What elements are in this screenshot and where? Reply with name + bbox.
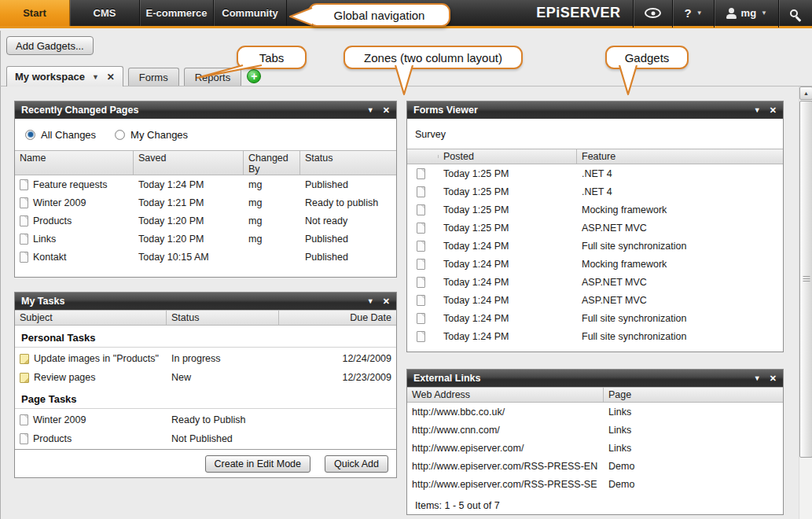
gadget-controls: ▼ ✕: [754, 374, 777, 384]
task-subject: Winter 2009: [33, 414, 86, 425]
form-post-row[interactable]: Today 1:24 PMASP.NET MVC: [407, 273, 783, 291]
task-status: Ready to Publish: [167, 414, 279, 425]
nav-tab-community[interactable]: Community: [214, 0, 287, 26]
web-address[interactable]: http://www.episerver.com/RSS-PRESS-EN: [407, 461, 604, 472]
chevron-down-icon[interactable]: ▼: [754, 106, 761, 114]
column-header[interactable]: Web Address: [407, 388, 604, 402]
callout-global-navigation: Global navigation: [308, 3, 450, 27]
column-header[interactable]: Name: [15, 151, 134, 175]
search-button[interactable]: [779, 0, 812, 28]
status: Published: [300, 252, 396, 263]
form-post-row[interactable]: Today 1:24 PMASP.NET MVC: [407, 291, 783, 309]
gadget-header[interactable]: Forms Viewer ▼ ✕: [407, 101, 783, 119]
nav-tab-start[interactable]: Start: [0, 0, 70, 26]
status: Not ready: [300, 215, 396, 226]
chevron-down-icon[interactable]: ▼: [754, 374, 761, 382]
close-icon[interactable]: ✕: [107, 72, 115, 83]
form-post-row[interactable]: Today 1:24 PMFull site synchronization: [407, 309, 783, 327]
table-row[interactable]: Products Today 1:20 PM mg Not ready: [15, 212, 396, 230]
column-header[interactable]: Status: [300, 151, 396, 175]
table-header: Posted Feature: [407, 149, 783, 164]
web-address[interactable]: http://www.episerver.com/RSS-PRESS-SE: [407, 479, 604, 490]
table-row[interactable]: Kontakt Today 10:15 AM Published: [15, 248, 396, 266]
close-icon[interactable]: ✕: [383, 296, 390, 307]
tab-my-workspace[interactable]: My workspace ▼ ✕: [6, 66, 123, 86]
column-header[interactable]: Page: [604, 388, 783, 402]
create-in-edit-mode-button[interactable]: Create in Edit Mode: [205, 455, 310, 473]
section-personal-tasks: Personal Tasks: [15, 326, 396, 348]
table-row[interactable]: Feature requests Today 1:24 PM mg Publis…: [15, 175, 396, 193]
posted-time: Today 1:24 PM: [439, 259, 577, 270]
quick-add-button[interactable]: Quick Add: [325, 455, 388, 473]
web-address[interactable]: http://www.cnn.com/: [407, 425, 604, 436]
eye-icon: [645, 8, 661, 18]
column-header[interactable]: Posted: [439, 149, 577, 164]
link-row[interactable]: http://www.episerver.com/RSS-PRESS-SEDem…: [407, 475, 783, 493]
user-menu-button[interactable]: mg▼: [715, 0, 778, 28]
preview-button[interactable]: [634, 0, 672, 28]
link-row[interactable]: http://www.episerver.com/Links: [407, 439, 783, 457]
posted-time: Today 1:24 PM: [439, 241, 577, 252]
form-post-row[interactable]: Today 1:25 PM.NET 4: [407, 164, 783, 182]
column-header[interactable]: Due Date: [279, 311, 396, 325]
gadget-my-tasks: My Tasks ▼ ✕ Subject Status Due Date Per…: [14, 292, 397, 478]
posted-time: Today 1:24 PM: [439, 295, 577, 306]
nav-tab-ecommerce[interactable]: E-commerce: [140, 0, 214, 26]
chevron-down-icon[interactable]: ▼: [92, 73, 99, 81]
web-address[interactable]: http://www.episerver.com/: [407, 443, 604, 454]
radio-my-changes[interactable]: My Changes: [115, 129, 188, 141]
table-row[interactable]: Winter 2009 Today 1:21 PM mg Ready to pu…: [15, 193, 396, 212]
form-name: Survey: [407, 119, 783, 149]
gadget-header[interactable]: External Links ▼ ✕: [407, 370, 783, 387]
chevron-down-icon[interactable]: ▼: [367, 106, 374, 114]
radio-all-changes[interactable]: All Changes: [25, 129, 96, 141]
callout-text: Zones (two column layout): [364, 51, 502, 64]
task-row[interactable]: Products Not Published: [15, 429, 396, 448]
gadget-header[interactable]: Recently Changed Pages ▼ ✕: [15, 101, 396, 119]
column-header[interactable]: Changed By: [244, 151, 300, 175]
feature: .NET 4: [577, 186, 783, 197]
close-icon[interactable]: ✕: [770, 105, 777, 116]
task-row[interactable]: Update images in "Products" In progress …: [15, 349, 396, 368]
gadget-header[interactable]: My Tasks ▼ ✕: [15, 293, 396, 310]
close-icon[interactable]: ✕: [383, 105, 390, 116]
vertical-scrollbar[interactable]: ▲: [799, 86, 812, 519]
column-header[interactable]: Subject: [15, 311, 167, 325]
form-post-row[interactable]: Today 1:25 PMMocking framework: [407, 201, 783, 219]
column-header[interactable]: Saved: [134, 151, 244, 175]
saved-time: Today 1:20 PM: [134, 234, 244, 245]
task-note-icon: [20, 354, 29, 364]
task-row[interactable]: Review pages New 12/23/2009: [15, 368, 396, 387]
scrollbar-thumb[interactable]: [799, 101, 812, 458]
column-header[interactable]: Status: [167, 311, 279, 325]
task-row[interactable]: Winter 2009 Ready to Publish: [15, 410, 396, 429]
chevron-down-icon[interactable]: ▼: [367, 297, 374, 305]
nav-tab-cms[interactable]: CMS: [70, 0, 140, 26]
close-icon[interactable]: ✕: [770, 374, 777, 384]
form-post-row[interactable]: Today 1:24 PMMocking framework: [407, 255, 783, 273]
items-count: Items: 1 - 5 out of 7: [407, 493, 783, 518]
scroll-up-button[interactable]: ▲: [799, 86, 812, 100]
link-row[interactable]: http://www.bbc.co.uk/Links: [407, 403, 783, 421]
link-row[interactable]: http://www.episerver.com/RSS-PRESS-ENDem…: [407, 457, 783, 475]
feature: ASP.NET MVC: [577, 223, 783, 234]
add-gadgets-button[interactable]: Add Gadgets...: [6, 36, 94, 55]
help-button[interactable]: ?▼: [673, 0, 713, 28]
form-post-row[interactable]: Today 1:25 PM.NET 4: [407, 182, 783, 201]
form-post-row[interactable]: Today 1:24 PMFull site synchronization: [407, 237, 783, 255]
table-row[interactable]: Links Today 1:20 PM mg Published: [15, 230, 396, 248]
gadget-forms-viewer: Forms Viewer ▼ ✕ Survey Posted Feature T…: [406, 101, 784, 352]
page-icon: [20, 414, 28, 425]
task-note-icon: [20, 373, 29, 383]
column-header[interactable]: Feature: [577, 149, 783, 164]
feature: Full site synchronization: [577, 313, 783, 324]
web-address[interactable]: http://www.bbc.co.uk/: [407, 407, 604, 418]
link-row[interactable]: http://www.cnn.com/Links: [407, 421, 783, 439]
nav-tab-label: E-commerce: [145, 7, 207, 19]
tab-forms[interactable]: Forms: [128, 68, 179, 86]
feature: Full site synchronization: [577, 241, 783, 252]
form-post-row[interactable]: Today 1:25 PMASP.NET MVC: [407, 219, 783, 237]
form-post-row[interactable]: Today 1:24 PMFull site synchronization: [407, 327, 783, 345]
page-icon: [20, 234, 28, 245]
radio-label: All Changes: [41, 129, 96, 141]
